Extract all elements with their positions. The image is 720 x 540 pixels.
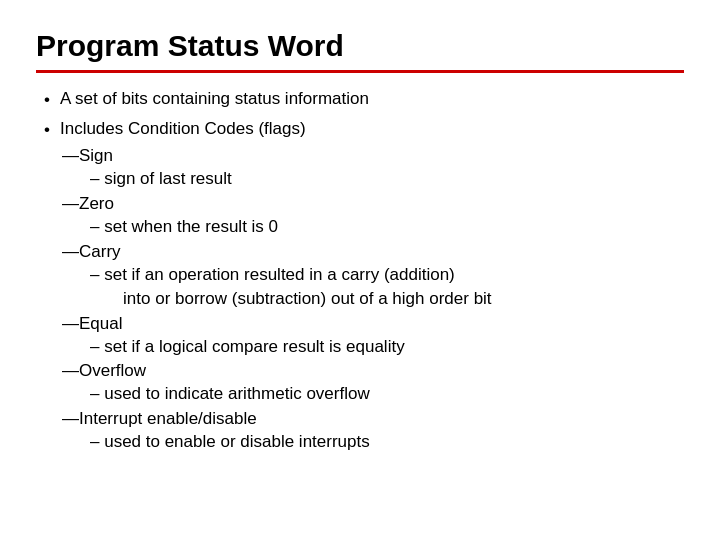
section-overflow-desc: – used to indicate arithmetic overflow (90, 382, 684, 407)
section-interrupt-desc: – used to enable or disable interrupts (90, 430, 684, 455)
section-equal-desc: – set if a logical compare result is equ… (90, 335, 684, 360)
bullet-item-2: • Includes Condition Codes (flags) (44, 117, 684, 143)
bullet-text-2: Includes Condition Codes (flags) (60, 117, 306, 142)
slide-title: Program Status Word (36, 28, 684, 64)
section-carry-label: —Carry (62, 242, 684, 262)
bullet-text-1: A set of bits containing status informat… (60, 87, 369, 112)
section-zero-label: —Zero (62, 194, 684, 214)
slide-container: Program Status Word • A set of bits cont… (0, 0, 720, 540)
bullet-dot-1: • (44, 88, 50, 113)
section-zero-desc: – set when the result is 0 (90, 215, 684, 240)
bullet-dot-2: • (44, 118, 50, 143)
section-interrupt-label: —Interrupt enable/disable (62, 409, 684, 429)
section-sign-desc: – sign of last result (90, 167, 684, 192)
section-overflow-label: —Overflow (62, 361, 684, 381)
title-underline (36, 70, 684, 73)
sub-sections: —Sign – sign of last result —Zero – set … (62, 146, 684, 454)
content-area: • A set of bits containing status inform… (36, 87, 684, 455)
title-section: Program Status Word (36, 28, 684, 73)
bullet-item-1: • A set of bits containing status inform… (44, 87, 684, 113)
section-carry-desc: – set if an operation resulted in a carr… (90, 263, 684, 312)
section-sign-label: —Sign (62, 146, 684, 166)
section-equal-label: —Equal (62, 314, 684, 334)
